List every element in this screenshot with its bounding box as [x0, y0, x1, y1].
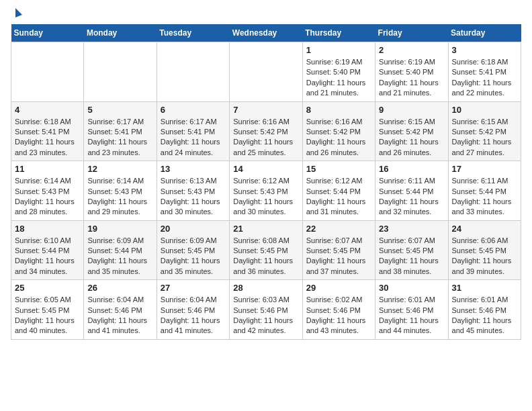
day-number: 3	[452, 45, 517, 55]
day-content: Sunrise: 6:01 AM Sunset: 5:46 PM Dayligh…	[452, 295, 517, 336]
calendar-cell	[157, 42, 229, 102]
day-content: Sunrise: 6:13 AM Sunset: 5:43 PM Dayligh…	[161, 176, 226, 218]
day-content: Sunrise: 6:12 AM Sunset: 5:43 PM Dayligh…	[233, 176, 298, 218]
calendar-cell: 2Sunrise: 6:19 AM Sunset: 5:40 PM Daylig…	[375, 42, 448, 102]
day-header-tuesday: Tuesday	[157, 24, 229, 42]
calendar-cell: 29Sunrise: 6:02 AM Sunset: 5:46 PM Dayli…	[302, 280, 375, 340]
calendar-cell	[11, 42, 84, 102]
calendar-cell: 20Sunrise: 6:09 AM Sunset: 5:45 PM Dayli…	[157, 220, 229, 280]
logo	[11, 11, 22, 17]
calendar-cell: 9Sunrise: 6:15 AM Sunset: 5:42 PM Daylig…	[375, 101, 448, 161]
day-number: 18	[15, 224, 80, 234]
calendar-cell: 24Sunrise: 6:06 AM Sunset: 5:45 PM Dayli…	[448, 220, 521, 280]
calendar-week-row: 4Sunrise: 6:18 AM Sunset: 5:41 PM Daylig…	[11, 101, 521, 161]
day-content: Sunrise: 6:09 AM Sunset: 5:45 PM Dayligh…	[161, 236, 226, 277]
day-number: 25	[15, 283, 80, 293]
calendar-cell: 18Sunrise: 6:10 AM Sunset: 5:44 PM Dayli…	[11, 220, 84, 280]
day-number: 2	[379, 45, 444, 55]
calendar-cell: 4Sunrise: 6:18 AM Sunset: 5:41 PM Daylig…	[11, 101, 84, 161]
day-number: 24	[452, 224, 517, 234]
day-number: 15	[306, 164, 371, 174]
calendar-table: SundayMondayTuesdayWednesdayThursdayFrid…	[11, 24, 521, 340]
calendar-cell: 5Sunrise: 6:17 AM Sunset: 5:41 PM Daylig…	[84, 101, 157, 161]
logo-arrow-icon	[15, 8, 22, 17]
day-number: 26	[87, 283, 152, 293]
day-content: Sunrise: 6:07 AM Sunset: 5:45 PM Dayligh…	[306, 236, 371, 277]
calendar-cell: 25Sunrise: 6:05 AM Sunset: 5:45 PM Dayli…	[11, 280, 84, 340]
calendar-week-row: 1Sunrise: 6:19 AM Sunset: 5:40 PM Daylig…	[11, 42, 521, 102]
calendar-cell: 27Sunrise: 6:04 AM Sunset: 5:46 PM Dayli…	[157, 280, 229, 340]
day-content: Sunrise: 6:07 AM Sunset: 5:45 PM Dayligh…	[379, 236, 444, 277]
calendar-cell: 3Sunrise: 6:18 AM Sunset: 5:41 PM Daylig…	[448, 42, 521, 102]
day-number: 7	[233, 105, 298, 115]
calendar-cell: 23Sunrise: 6:07 AM Sunset: 5:45 PM Dayli…	[375, 220, 448, 280]
day-number: 11	[15, 164, 80, 174]
day-content: Sunrise: 6:05 AM Sunset: 5:45 PM Dayligh…	[15, 295, 80, 336]
day-content: Sunrise: 6:04 AM Sunset: 5:46 PM Dayligh…	[87, 295, 152, 336]
day-number: 5	[87, 105, 152, 115]
day-number: 22	[306, 224, 371, 234]
calendar-week-row: 25Sunrise: 6:05 AM Sunset: 5:45 PM Dayli…	[11, 280, 521, 340]
day-content: Sunrise: 6:12 AM Sunset: 5:44 PM Dayligh…	[306, 176, 371, 218]
day-number: 14	[233, 164, 298, 174]
day-number: 4	[15, 105, 80, 115]
day-header-sunday: Sunday	[11, 24, 84, 42]
calendar-cell: 30Sunrise: 6:01 AM Sunset: 5:46 PM Dayli…	[375, 280, 448, 340]
calendar-cell: 22Sunrise: 6:07 AM Sunset: 5:45 PM Dayli…	[302, 220, 375, 280]
day-content: Sunrise: 6:11 AM Sunset: 5:44 PM Dayligh…	[379, 176, 444, 218]
day-number: 16	[379, 164, 444, 174]
day-content: Sunrise: 6:15 AM Sunset: 5:42 PM Dayligh…	[379, 117, 444, 158]
calendar-cell: 19Sunrise: 6:09 AM Sunset: 5:44 PM Dayli…	[84, 220, 157, 280]
day-content: Sunrise: 6:09 AM Sunset: 5:44 PM Dayligh…	[87, 236, 152, 277]
calendar-cell: 16Sunrise: 6:11 AM Sunset: 5:44 PM Dayli…	[375, 161, 448, 221]
day-content: Sunrise: 6:19 AM Sunset: 5:40 PM Dayligh…	[306, 57, 371, 99]
days-header-row: SundayMondayTuesdayWednesdayThursdayFrid…	[11, 24, 521, 42]
day-number: 10	[452, 105, 517, 115]
day-content: Sunrise: 6:19 AM Sunset: 5:40 PM Dayligh…	[379, 57, 444, 99]
calendar-cell	[230, 42, 302, 102]
day-number: 21	[233, 224, 298, 234]
day-content: Sunrise: 6:01 AM Sunset: 5:46 PM Dayligh…	[379, 295, 444, 336]
day-content: Sunrise: 6:03 AM Sunset: 5:46 PM Dayligh…	[233, 295, 298, 336]
day-number: 12	[87, 164, 152, 174]
day-content: Sunrise: 6:06 AM Sunset: 5:45 PM Dayligh…	[452, 236, 517, 277]
calendar-cell: 17Sunrise: 6:11 AM Sunset: 5:44 PM Dayli…	[448, 161, 521, 221]
day-number: 17	[452, 164, 517, 174]
day-number: 6	[161, 105, 226, 115]
page-header	[11, 11, 521, 17]
day-content: Sunrise: 6:02 AM Sunset: 5:46 PM Dayligh…	[306, 295, 371, 336]
day-number: 13	[161, 164, 226, 174]
day-number: 27	[161, 283, 226, 293]
day-content: Sunrise: 6:14 AM Sunset: 5:43 PM Dayligh…	[87, 176, 152, 218]
calendar-cell: 1Sunrise: 6:19 AM Sunset: 5:40 PM Daylig…	[302, 42, 375, 102]
day-number: 23	[379, 224, 444, 234]
calendar-cell: 28Sunrise: 6:03 AM Sunset: 5:46 PM Dayli…	[230, 280, 302, 340]
day-number: 19	[87, 224, 152, 234]
calendar-cell: 15Sunrise: 6:12 AM Sunset: 5:44 PM Dayli…	[302, 161, 375, 221]
day-content: Sunrise: 6:15 AM Sunset: 5:42 PM Dayligh…	[452, 117, 517, 158]
day-content: Sunrise: 6:10 AM Sunset: 5:44 PM Dayligh…	[15, 236, 80, 277]
day-content: Sunrise: 6:17 AM Sunset: 5:41 PM Dayligh…	[161, 117, 226, 158]
calendar-cell: 21Sunrise: 6:08 AM Sunset: 5:45 PM Dayli…	[230, 220, 302, 280]
calendar-week-row: 11Sunrise: 6:14 AM Sunset: 5:43 PM Dayli…	[11, 161, 521, 221]
day-number: 20	[161, 224, 226, 234]
day-number: 28	[233, 283, 298, 293]
day-content: Sunrise: 6:18 AM Sunset: 5:41 PM Dayligh…	[452, 57, 517, 99]
day-header-monday: Monday	[84, 24, 157, 42]
day-header-thursday: Thursday	[302, 24, 375, 42]
day-number: 31	[452, 283, 517, 293]
calendar-week-row: 18Sunrise: 6:10 AM Sunset: 5:44 PM Dayli…	[11, 220, 521, 280]
day-number: 30	[379, 283, 444, 293]
day-number: 1	[306, 45, 371, 55]
calendar-cell: 26Sunrise: 6:04 AM Sunset: 5:46 PM Dayli…	[84, 280, 157, 340]
day-content: Sunrise: 6:11 AM Sunset: 5:44 PM Dayligh…	[452, 176, 517, 218]
day-header-wednesday: Wednesday	[230, 24, 302, 42]
calendar-cell: 31Sunrise: 6:01 AM Sunset: 5:46 PM Dayli…	[448, 280, 521, 340]
calendar-cell	[84, 42, 157, 102]
day-content: Sunrise: 6:08 AM Sunset: 5:45 PM Dayligh…	[233, 236, 298, 277]
day-content: Sunrise: 6:04 AM Sunset: 5:46 PM Dayligh…	[161, 295, 226, 336]
day-content: Sunrise: 6:18 AM Sunset: 5:41 PM Dayligh…	[15, 117, 80, 158]
calendar-cell: 12Sunrise: 6:14 AM Sunset: 5:43 PM Dayli…	[84, 161, 157, 221]
calendar-cell: 13Sunrise: 6:13 AM Sunset: 5:43 PM Dayli…	[157, 161, 229, 221]
day-number: 8	[306, 105, 371, 115]
